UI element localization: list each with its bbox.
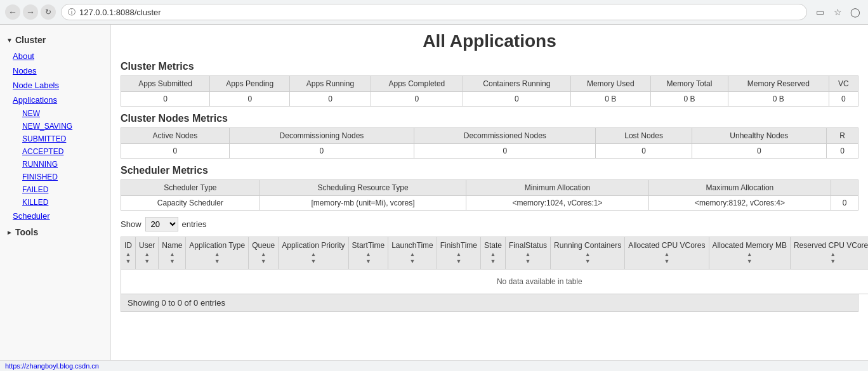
col-containers-running: Containers Running <box>463 76 570 92</box>
val-apps-pending: 0 <box>210 92 290 107</box>
sort-name-icon: ▲▼ <box>169 251 175 265</box>
url-input[interactable] <box>79 8 800 17</box>
val-min-allocation: <memory:1024, vCores:1> <box>466 196 649 211</box>
entries-select[interactable]: 10 20 50 100 <box>145 217 178 231</box>
table-footer: Showing 0 to 0 of 0 entries <box>121 294 858 312</box>
val-decommissioning-nodes: 0 <box>229 144 414 159</box>
col-allocated-cpu[interactable]: Allocated CPU VCores ▲▼ <box>625 237 709 270</box>
sidebar-item-new-saving[interactable]: NEW_SAVING <box>0 120 110 133</box>
no-data-message: No data available in table <box>121 269 869 294</box>
col-running-containers[interactable]: Running Containers ▲▼ <box>551 237 625 270</box>
col-application-type[interactable]: Application Type ▲▼ <box>186 237 249 270</box>
scheduler-metrics-header: Scheduler Metrics <box>121 165 858 176</box>
sidebar-item-killed[interactable]: KILLED <box>0 196 110 209</box>
cluster-nodes-table: Active Nodes Decommissioning Nodes Decom… <box>121 127 858 159</box>
val-apps-submitted: 0 <box>121 92 210 107</box>
sidebar-item-running[interactable]: RUNNING <box>0 158 110 171</box>
sidebar-item-new[interactable]: NEW <box>0 107 110 120</box>
col-name[interactable]: Name ▲▼ <box>159 237 186 270</box>
cluster-nodes-row: 0 0 0 0 0 0 <box>121 144 858 159</box>
page-title: All Applications <box>121 31 858 51</box>
col-queue[interactable]: Queue ▲▼ <box>249 237 279 270</box>
col-application-priority[interactable]: Application Priority ▲▼ <box>279 237 348 270</box>
refresh-button[interactable]: ↻ <box>41 4 56 20</box>
show-entries-control: Show 10 20 50 100 entries <box>121 217 858 231</box>
sort-start-icon: ▲▼ <box>365 251 371 265</box>
col-lost-nodes: Lost Nodes <box>596 128 692 144</box>
val-memory-total: 0 B <box>650 92 728 107</box>
col-r: R <box>827 128 858 144</box>
col-apps-submitted: Apps Submitted <box>121 76 210 92</box>
sort-priority-icon: ▲▼ <box>310 251 316 265</box>
col-memory-used: Memory Used <box>570 76 650 92</box>
val-apps-completed: 0 <box>371 92 463 107</box>
cluster-section-header[interactable]: ▼ Cluster <box>0 31 110 49</box>
sidebar-item-scheduler[interactable]: Scheduler <box>0 209 110 223</box>
col-state[interactable]: State ▲▼ <box>481 237 506 270</box>
table-footer-text: Showing 0 to 0 of 0 entries <box>128 298 225 308</box>
col-memory-total: Memory Total <box>650 76 728 92</box>
col-id[interactable]: ID ▲▼ <box>121 237 136 270</box>
profile-button[interactable]: ◯ <box>848 4 863 20</box>
sort-app-type-icon: ▲▼ <box>214 251 220 265</box>
col-memory-reserved: Memory Reserved <box>728 76 829 92</box>
col-finish-time[interactable]: FinishTime ▲▼ <box>437 237 480 270</box>
sort-id-icon: ▲▼ <box>126 251 131 265</box>
col-apps-running: Apps Running <box>290 76 371 92</box>
col-start-time[interactable]: StartTime ▲▼ <box>348 237 388 270</box>
sidebar-item-submitted[interactable]: SUBMITTED <box>0 133 110 145</box>
sidebar-item-applications[interactable]: Applications <box>0 93 110 107</box>
sidebar-item-failed[interactable]: FAILED <box>0 183 110 196</box>
val-memory-used: 0 B <box>570 92 650 107</box>
browser-chrome: ← → ↻ ⓘ ▭ ☆ ◯ <box>0 0 868 25</box>
col-active-nodes: Active Nodes <box>121 128 230 144</box>
val-lost-nodes: 0 <box>596 144 692 159</box>
forward-button[interactable]: → <box>23 4 38 20</box>
sidebar-item-nodes[interactable]: Nodes <box>0 63 110 78</box>
col-decommissioned-nodes: Decommissioned Nodes <box>414 128 596 144</box>
sort-containers-icon: ▲▼ <box>585 251 591 265</box>
sidebar-item-finished[interactable]: FINISHED <box>0 171 110 183</box>
col-final-status[interactable]: FinalStatus ▲▼ <box>506 237 551 270</box>
col-scheduler-type: Scheduler Type <box>121 180 260 196</box>
sort-launch-icon: ▲▼ <box>410 251 416 265</box>
scheduler-metrics-row: Capacity Scheduler [memory-mb (unit=Mi),… <box>121 196 858 211</box>
val-scheduler-extra: 0 <box>831 196 858 211</box>
no-data-row: No data available in table <box>121 269 869 294</box>
col-launch-time[interactable]: LaunchTime ▲▼ <box>388 237 437 270</box>
entries-suffix: entries <box>182 219 207 229</box>
bookmark-button[interactable]: ☆ <box>830 4 845 20</box>
cluster-label: Cluster <box>15 35 46 45</box>
tools-section-header[interactable]: ► Tools <box>0 223 110 241</box>
col-apps-completed: Apps Completed <box>371 76 463 92</box>
col-user[interactable]: User ▲▼ <box>136 237 159 270</box>
sort-user-icon: ▲▼ <box>144 251 150 265</box>
col-scheduling-resource-type: Scheduling Resource Type <box>260 180 466 196</box>
val-r: 0 <box>827 144 858 159</box>
cluster-metrics-row: 0 0 0 0 0 0 B 0 B 0 B 0 <box>121 92 858 107</box>
col-reserved-cpu[interactable]: Reserved CPU VCores ▲▼ <box>790 237 868 270</box>
val-unhealthy-nodes: 0 <box>692 144 826 159</box>
status-bar: https://zhangboyl.blog.csdn.cn <box>0 360 868 369</box>
col-min-allocation: Minimum Allocation <box>466 180 649 196</box>
cluster-arrow-icon: ▼ <box>6 37 13 44</box>
col-decommissioning-nodes: Decommissioning Nodes <box>229 128 414 144</box>
scheduler-metrics-table: Scheduler Type Scheduling Resource Type … <box>121 179 858 211</box>
nav-buttons: ← → ↻ <box>5 4 56 20</box>
sidebar-item-accepted[interactable]: ACCEPTED <box>0 145 110 158</box>
main-content: All Applications Cluster Metrics Apps Su… <box>111 25 868 369</box>
val-memory-reserved: 0 B <box>728 92 829 107</box>
col-allocated-memory[interactable]: Allocated Memory MB ▲▼ <box>709 237 790 270</box>
sidebar-item-node-labels[interactable]: Node Labels <box>0 78 110 93</box>
cast-button[interactable]: ▭ <box>812 4 827 20</box>
col-max-allocation: Maximum Allocation <box>648 180 831 196</box>
sidebar-item-about[interactable]: About <box>0 49 110 63</box>
applications-table: ID ▲▼ User ▲▼ Name ▲▼ <box>121 237 868 294</box>
back-button[interactable]: ← <box>5 4 20 20</box>
cluster-metrics-header: Cluster Metrics <box>121 61 858 72</box>
sort-state-icon: ▲▼ <box>490 251 496 265</box>
col-vc: VC <box>829 76 858 92</box>
sidebar: ▼ Cluster About Nodes Node Labels Applic… <box>0 25 111 369</box>
status-link: https://zhangboyl.blog.csdn.cn <box>5 362 99 369</box>
cluster-nodes-header: Cluster Nodes Metrics <box>121 113 858 124</box>
